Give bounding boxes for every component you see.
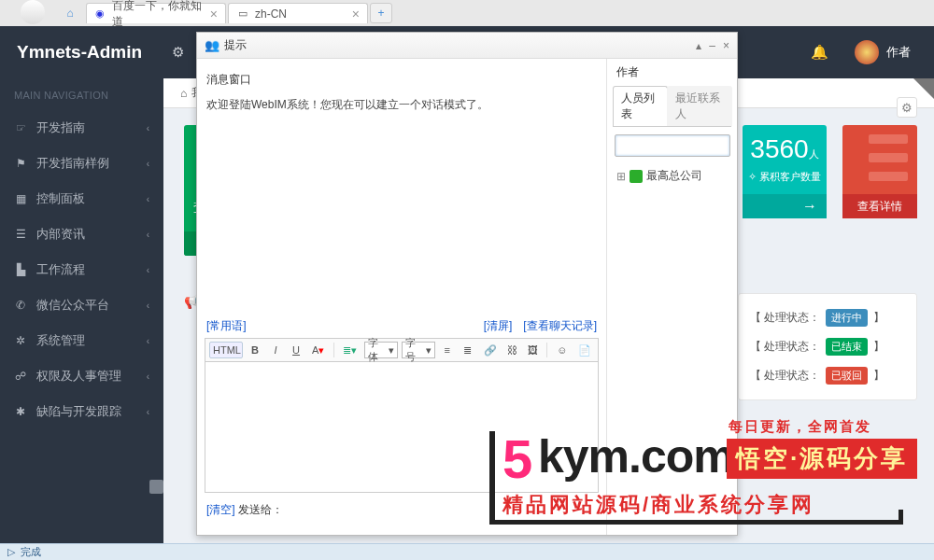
underline-button[interactable]: U [288,342,304,358]
card-footer-link[interactable]: → [743,194,827,218]
sidebar-item-bugs[interactable]: ✱缺陷与开发跟踪‹ [0,394,163,429]
settings-gear-icon[interactable]: ⚙ [163,26,191,78]
stat-unit: 人 [809,148,819,160]
browser-tab-2[interactable]: ▭ zh-CN × [228,3,368,23]
font-family-select[interactable]: 字体▾ [364,342,398,358]
link-button[interactable]: 🔗 [480,342,500,359]
sidebar-item-permissions[interactable]: ☍权限及人事管理‹ [0,358,163,394]
list-button[interactable]: ≣▾ [339,342,360,359]
status-row: 【 处理状态：进行中】 [750,303,905,332]
sidebar-item-label: 工作流程 [36,261,85,278]
home-tab-icon[interactable]: ⌂ [56,3,84,23]
profile-avatar-icon[interactable] [21,0,45,24]
play-icon[interactable]: ▷ [7,546,15,558]
sidebar-item-label: 控制面板 [36,190,85,207]
status-panel: 【 处理状态：进行中】 【 处理状态：已结束】 【 处理状态：已驳回】 [738,293,917,400]
arrow-right-icon: → [802,198,817,215]
align-center-button[interactable]: ≣ [460,342,476,359]
browser-tabstrip: ⌂ ◉ 百度一下，你就知道 × ▭ zh-CN × + [0,0,934,26]
select-label: 字体 [368,336,387,364]
tab-recent-contacts[interactable]: 最近联系人 [667,86,732,126]
align-left-button[interactable]: ≡ [439,342,456,358]
close-icon[interactable]: × [352,7,360,21]
font-size-select[interactable]: 字号▾ [402,342,435,358]
new-tab-button[interactable]: + [370,3,392,23]
bars-icon: ▙ [14,263,27,276]
tab-1-title: 百度一下，你就知道 [112,0,205,30]
chevron-down-icon: ▾ [426,344,432,357]
sidebar-item-news[interactable]: ☰内部资讯‹ [0,217,163,252]
send-to-label: 发送给： [238,503,283,516]
sidebar-item-workflow[interactable]: ▙工作流程‹ [0,252,163,287]
status-label: 【 处理状态： [750,310,820,326]
chevron-left-icon: ‹ [147,265,149,275]
user-name: 作者 [886,44,911,61]
sidebar-item-label: 系统管理 [36,332,85,349]
sidebar-item-label: 开发指南样例 [36,155,109,172]
contact-search-input[interactable] [615,134,730,157]
close-icon[interactable]: × [723,39,729,52]
status-badge[interactable]: 进行中 [826,309,868,327]
sidebar-item-guide[interactable]: ☞开发指南‹ [0,110,163,146]
page-favicon-icon: ▭ [236,7,249,21]
status-row: 【 处理状态：已结束】 [750,332,905,361]
sidebar-item-samples[interactable]: ⚑开发指南样例‹ [0,146,163,181]
select-label: 字号 [405,336,424,364]
home-icon: ⌂ [180,87,187,100]
stat-number: 3560 [750,134,808,163]
org-root-label: 最高总公司 [646,168,702,184]
editor-toolbar: HTML B I U A▾ ≣▾ 字体▾ 字号▾ ≡ ≣ 🔗 ⛓ 🖼 ☺ 📄 [205,338,599,362]
sidebar-item-label: 权限及人事管理 [36,368,121,385]
sidebar-item-wechat[interactable]: ✆微信公众平台‹ [0,287,163,323]
im-modal: 👥 提示 ▴ – × 消息窗口 欢迎登陆WebIM系统！您现在可以建立一个对话模… [196,32,738,536]
common-phrases-link[interactable]: [常用语] [206,318,247,334]
chevron-left-icon: ‹ [147,194,149,204]
panel-gear-button[interactable]: ⚙ [897,97,917,118]
emoji-button[interactable]: ☺ [553,342,571,358]
view-history-link[interactable]: [查看聊天记录] [523,318,597,334]
org-icon [630,170,643,183]
font-color-button[interactable]: A▾ [308,342,328,359]
scrollbar-thumb[interactable] [149,480,163,494]
tab-people-list[interactable]: 人员列表 [613,86,668,126]
clear-input-link[interactable]: [清空] [206,503,235,516]
user-menu[interactable]: 作者 [855,40,911,64]
nav-section-header: MAIN NAVIGATION [0,78,163,110]
chevron-left-icon: ‹ [147,301,149,311]
sidebar-item-label: 内部资讯 [36,226,85,243]
stat-card-red: 查看详情 [842,125,917,218]
expand-icon[interactable]: ⊞ [616,170,626,183]
modal-titlebar[interactable]: 👥 提示 ▴ – × [197,33,737,59]
minimize-icon[interactable]: – [709,39,715,52]
bell-icon[interactable]: 🔔 [811,44,828,61]
image-button[interactable]: 🖼 [524,342,541,358]
separator [333,343,334,357]
status-row: 【 处理状态：已驳回】 [750,361,905,390]
browser-tab-1[interactable]: ◉ 百度一下，你就知道 × [86,3,226,23]
sidebar: MAIN NAVIGATION ☞开发指南‹ ⚑开发指南样例‹ ▦控制面板‹ ☰… [0,78,163,543]
chevron-left-icon: ‹ [147,407,149,417]
status-badge[interactable]: 已结束 [826,338,868,356]
message-editor[interactable] [205,362,599,493]
status-end: 】 [873,368,884,384]
collapse-icon[interactable]: ▴ [696,39,701,52]
corner-fold-icon[interactable] [913,78,934,99]
send-row: [清空] 发送给： [197,498,606,522]
html-button[interactable]: HTML [209,342,243,358]
italic-button[interactable]: I [267,342,284,358]
users-icon: 👥 [205,38,219,52]
sidebar-item-dashboard[interactable]: ▦控制面板‹ [0,181,163,217]
close-icon[interactable]: × [210,7,218,21]
modal-side-panel: 作者 人员列表 最近联系人 ⊞ 最高总公司 [606,59,737,535]
bold-button[interactable]: B [247,342,263,358]
org-tree-root[interactable]: ⊞ 最高总公司 [607,164,737,188]
status-badge[interactable]: 已驳回 [826,367,868,385]
status-end: 】 [873,310,884,326]
status-text: 完成 [21,545,41,559]
card-footer-link[interactable]: 查看详情 [842,194,917,218]
sidebar-item-system[interactable]: ✲系统管理‹ [0,323,163,358]
unlink-button[interactable]: ⛓ [503,342,520,358]
clear-screen-link[interactable]: [清屏] [484,318,513,334]
avatar-icon [855,40,879,64]
attach-button[interactable]: 📄 [574,342,594,359]
